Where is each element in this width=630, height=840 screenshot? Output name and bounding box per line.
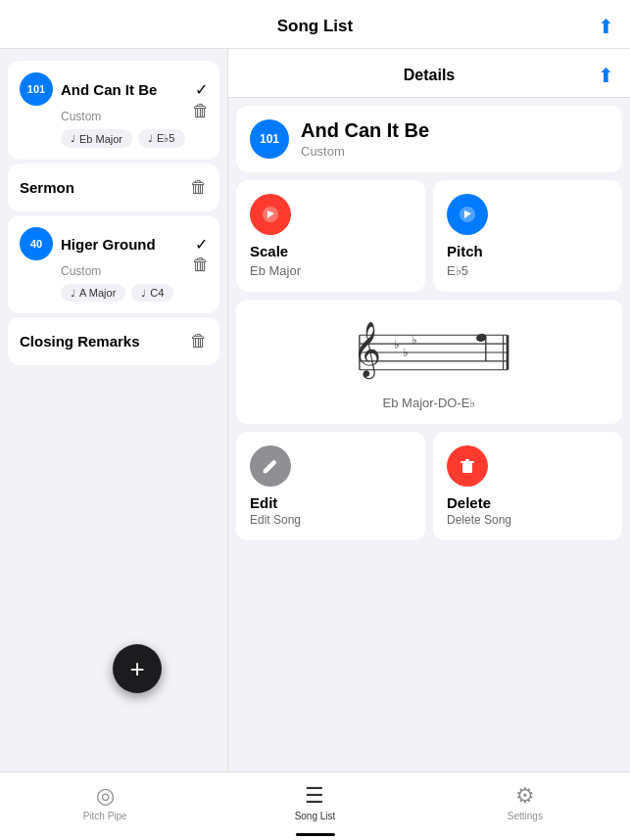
tag-a-major: ♩ A Major [61, 284, 125, 302]
music-icon-3: ♩ [71, 288, 75, 299]
tab-active-indicator [296, 833, 335, 836]
tab-settings[interactable]: ⚙ Settings [420, 783, 630, 821]
tab-bar: ◎ Pitch Pipe ☰ Song List ⚙ Settings [0, 771, 630, 840]
delete-song-1-button[interactable]: 🗑 [192, 100, 210, 120]
tag-eb5: ♩ E♭5 [138, 129, 184, 148]
song-subtitle-2: Custom [61, 264, 208, 278]
tab-label-song-list: Song List [295, 811, 336, 821]
section-closing-remarks: Closing Remarks 🗑 [8, 317, 219, 365]
song-detail-badge: 101 [250, 119, 289, 159]
svg-text:𝄞: 𝄞 [353, 321, 381, 380]
scale-label: Scale [250, 243, 412, 259]
song-name-1: And Can It Be [61, 81, 191, 98]
delete-sublabel: Delete Song [447, 513, 608, 527]
svg-text:♭: ♭ [394, 338, 400, 351]
svg-text:♭: ♭ [412, 333, 417, 347]
tab-song-list[interactable]: ☰ Song List [210, 783, 419, 821]
pitch-icon [447, 194, 488, 235]
pitch-label: Pitch [447, 243, 608, 259]
song-detail-name: And Can It Be [301, 119, 429, 142]
song-list-icon: ☰ [305, 783, 324, 809]
main-layout: 101 And Can It Be ✓ Custom ♩ Eb Major ♩ … [0, 49, 630, 771]
delete-label: Delete [447, 494, 608, 511]
sidebar-item-higer-ground[interactable]: 40 Higer Ground ✓ Custom ♩ A Major ♩ C4 … [8, 215, 219, 313]
svg-rect-16 [462, 463, 472, 473]
delete-icon [447, 445, 488, 487]
music-icon-2: ♩ [148, 133, 153, 144]
svg-text:♭: ♭ [403, 346, 409, 359]
tab-label-pitch-pipe: Pitch Pipe [83, 811, 127, 821]
section-label-sermon: Sermon [20, 179, 74, 196]
settings-icon: ⚙ [515, 783, 535, 809]
app-header: Song List ⬆ [0, 0, 630, 49]
pitch-pipe-icon: ◎ [96, 783, 115, 809]
edit-icon [250, 445, 291, 487]
tag-eb-major: ♩ Eb Major [61, 129, 132, 148]
song-check-1: ✓ [195, 80, 208, 99]
delete-sermon-button[interactable]: 🗑 [190, 177, 208, 198]
pitch-card[interactable]: Pitch E♭5 [433, 180, 622, 292]
action-row: Edit Edit Song Delete Delete Song [236, 432, 622, 540]
delete-song-2-button[interactable]: 🗑 [192, 255, 210, 275]
song-tags-1: ♩ Eb Major ♩ E♭5 [61, 129, 208, 148]
delete-closing-button[interactable]: 🗑 [190, 331, 208, 351]
song-badge-40: 40 [20, 227, 53, 260]
app-title: Song List [277, 17, 353, 36]
details-title: Details [404, 67, 455, 84]
details-header: Details ⬆ [228, 49, 630, 98]
svg-rect-17 [460, 461, 474, 463]
tab-label-settings: Settings [508, 811, 543, 821]
pitch-value: E♭5 [447, 263, 608, 278]
tag-c4: ♩ C4 [131, 284, 173, 302]
add-song-fab[interactable]: + [113, 644, 162, 693]
details-panel: Details ⬆ 101 And Can It Be Custom Scale [227, 49, 630, 771]
song-subtitle-1: Custom [61, 110, 208, 123]
song-check-2: ✓ [195, 235, 208, 254]
song-name-2: Higer Ground [61, 236, 191, 253]
section-label-closing: Closing Remarks [20, 333, 140, 350]
song-tags-2: ♩ A Major ♩ C4 [61, 284, 208, 302]
svg-rect-18 [465, 459, 469, 461]
song-detail-subtitle: Custom [301, 144, 429, 159]
scale-value: Eb Major [250, 263, 412, 278]
details-share-icon[interactable]: ⬆ [598, 64, 614, 87]
edit-label: Edit [250, 494, 412, 511]
song-detail-header: 101 And Can It Be Custom [236, 106, 622, 172]
notation-label: Eb Major-DO-E♭ [383, 396, 476, 410]
music-icon-4: ♩ [141, 288, 146, 299]
section-sermon: Sermon 🗑 [8, 163, 219, 211]
notation-svg: 𝄞 ♭ ♭ ♭ [331, 313, 527, 392]
scale-card[interactable]: Scale Eb Major [236, 180, 425, 292]
tab-pitch-pipe[interactable]: ◎ Pitch Pipe [0, 783, 210, 821]
scale-pitch-row: Scale Eb Major Pitch E♭5 [236, 180, 622, 292]
edit-sublabel: Edit Song [250, 513, 412, 527]
header-share-icon[interactable]: ⬆ [598, 15, 614, 38]
delete-card[interactable]: Delete Delete Song [433, 432, 622, 540]
notation-card: 𝄞 ♭ ♭ ♭ Eb Major-DO-E♭ [236, 300, 622, 424]
scale-icon [250, 194, 291, 235]
sidebar-item-and-can-it-be[interactable]: 101 And Can It Be ✓ Custom ♩ Eb Major ♩ … [8, 61, 219, 160]
song-badge-101: 101 [20, 72, 53, 106]
music-icon-1: ♩ [71, 133, 75, 144]
edit-card[interactable]: Edit Edit Song [236, 432, 425, 540]
